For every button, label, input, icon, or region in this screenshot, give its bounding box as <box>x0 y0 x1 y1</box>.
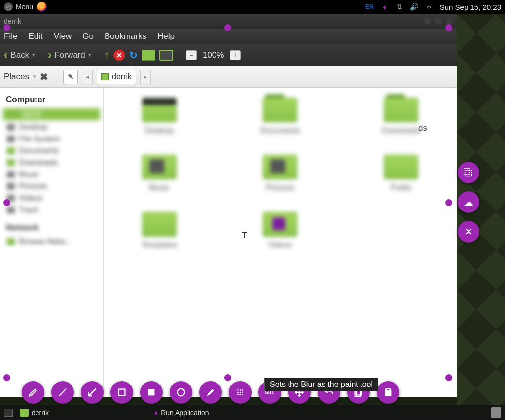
computer-icon[interactable] <box>159 50 173 61</box>
folder-item[interactable]: Public <box>356 155 447 192</box>
menu-edit[interactable]: Edit <box>28 32 42 41</box>
trash-icon[interactable] <box>491 407 501 418</box>
cancel-button[interactable]: ✕ <box>458 221 479 243</box>
sidebar-item[interactable]: Videos <box>0 192 103 204</box>
window-titlebar[interactable]: derrik <box>0 14 457 29</box>
menu-go[interactable]: Go <box>82 32 94 41</box>
copy-button[interactable]: ⿻ <box>458 162 479 183</box>
menu-view[interactable]: View <box>54 32 72 41</box>
svg-point-4 <box>240 389 241 391</box>
zoom-out-button[interactable]: − <box>186 50 197 60</box>
sidebar-item[interactable]: Documents <box>0 145 103 157</box>
sidebar-item-network[interactable]: Browse Netw... <box>0 236 103 247</box>
taskbar-item[interactable]: derrik <box>20 409 49 417</box>
zoom-level: 100% <box>201 50 226 60</box>
window-close-button[interactable] <box>446 18 453 25</box>
svg-point-3 <box>237 389 239 391</box>
ubuntu-logo-icon: ◴ <box>4 2 13 11</box>
sidebar-header-computer: Computer <box>0 92 103 107</box>
keyboard-language-indicator[interactable]: EN <box>365 3 374 10</box>
line-tool-button[interactable] <box>51 381 74 404</box>
taskbar-item[interactable]: ♦Run Application <box>154 409 209 417</box>
menu-file[interactable]: File <box>4 32 17 41</box>
caret-down-icon: ▾ <box>88 52 91 58</box>
settings-gear-icon[interactable]: ☼ <box>425 3 433 11</box>
upload-button[interactable]: ☁ <box>458 191 479 213</box>
pencil-tool-button[interactable] <box>22 381 44 404</box>
window-minimize-button[interactable] <box>424 18 431 25</box>
folder-item[interactable]: Videos <box>234 212 325 249</box>
chevron-right-icon: › <box>48 49 51 62</box>
folder-grid[interactable]: Desktop Documents Downloadsds Music Pict… <box>104 88 457 397</box>
svg-rect-14 <box>386 389 390 391</box>
marker-tool-button[interactable] <box>199 381 222 404</box>
zoom-in-button[interactable]: ＋ <box>230 50 241 60</box>
sidebar-item[interactable]: Downloads <box>0 157 103 169</box>
firefox-icon[interactable] <box>37 2 47 12</box>
reload-icon[interactable]: ↻ <box>129 49 138 61</box>
folder-item[interactable]: Music <box>113 155 205 192</box>
menu-help[interactable]: Help <box>157 32 175 41</box>
svg-point-5 <box>242 389 243 391</box>
system-menu-button[interactable]: ◴ Menu <box>4 2 33 11</box>
svg-point-11 <box>242 394 243 395</box>
folder-item[interactable]: Templates <box>113 212 205 249</box>
close-sidebar-button[interactable]: ✖ <box>40 71 48 83</box>
stop-button[interactable]: ✕ <box>113 49 125 61</box>
volume-icon[interactable]: 🔊 <box>410 3 418 11</box>
circle-tool-button[interactable] <box>170 381 192 404</box>
folder-item[interactable]: Downloadsds <box>356 98 447 135</box>
copy-icon: ⿻ <box>464 167 473 178</box>
rect-outline-tool-button[interactable] <box>110 381 133 404</box>
flameshot-tray-icon[interactable]: ♦ <box>381 3 389 11</box>
forward-label: Forward <box>54 50 85 60</box>
path-prev-button[interactable]: ◂ <box>82 70 93 84</box>
sidebar-header-network: Network <box>0 220 103 236</box>
tooltip: Sets the Blur as the paint tool <box>264 378 378 391</box>
folder-item[interactable]: Documents <box>234 98 325 135</box>
clock-label[interactable]: Sun Sep 15, 20:23 <box>440 3 501 11</box>
svg-rect-1 <box>148 389 155 396</box>
system-menu-label: Menu <box>16 3 33 11</box>
forward-button[interactable]: › Forward ▾ <box>48 49 91 62</box>
path-segment-home[interactable]: derrik <box>97 70 136 84</box>
svg-rect-0 <box>119 389 125 396</box>
cloud-upload-icon: ☁ <box>464 196 473 208</box>
folder-item[interactable]: Desktop <box>113 98 205 135</box>
window-title: derrik <box>4 17 21 25</box>
show-desktop-button[interactable] <box>4 409 13 417</box>
blur-tool-button[interactable] <box>229 381 252 404</box>
svg-point-7 <box>240 392 241 393</box>
content-area: Computer derrik Desktop File System Docu… <box>0 88 457 397</box>
sidebar-item[interactable]: Desktop <box>0 121 103 133</box>
rect-fill-tool-button[interactable] <box>140 381 163 404</box>
back-button[interactable]: ‹ Back ▾ <box>4 49 35 62</box>
sidebar-item[interactable]: File System <box>0 133 103 145</box>
sidebar-item[interactable]: Pictures <box>0 180 103 192</box>
places-sidebar: Computer derrik Desktop File System Docu… <box>0 88 104 397</box>
sidebar-item[interactable]: Trash <box>0 204 103 216</box>
svg-point-6 <box>237 392 239 393</box>
home-folder-icon[interactable] <box>142 50 155 61</box>
folder-icon <box>20 409 29 417</box>
network-icon[interactable]: ⇅ <box>396 3 403 11</box>
caret-down-icon: ▾ <box>33 73 36 80</box>
svg-point-2 <box>178 389 185 396</box>
menubar: File Edit View Go Bookmarks Help <box>0 29 457 44</box>
window-maximize-button[interactable] <box>435 18 442 25</box>
navigation-toolbar: ‹ Back ▾ › Forward ▾ ↑ ✕ ↻ − 100% ＋ <box>0 44 457 66</box>
edit-path-button[interactable]: ✎ <box>63 70 78 84</box>
caret-down-icon: ▾ <box>32 52 35 58</box>
back-label: Back <box>10 50 29 60</box>
places-dropdown[interactable]: Places ▾ <box>4 72 36 82</box>
path-next-button[interactable]: ▸ <box>140 70 151 84</box>
up-arrow-icon[interactable]: ↑ <box>104 49 109 62</box>
path-label: derrik <box>112 72 132 81</box>
arrow-tool-button[interactable] <box>81 381 104 404</box>
folder-item[interactable]: Pictures <box>234 155 325 192</box>
menu-bookmarks[interactable]: Bookmarks <box>105 32 146 41</box>
save-button[interactable] <box>377 381 399 404</box>
screenshot-side-actions: ⿻ ☁ ✕ <box>458 162 479 243</box>
sidebar-item[interactable]: Music <box>0 169 103 180</box>
sidebar-item-home[interactable]: derrik <box>3 108 100 120</box>
